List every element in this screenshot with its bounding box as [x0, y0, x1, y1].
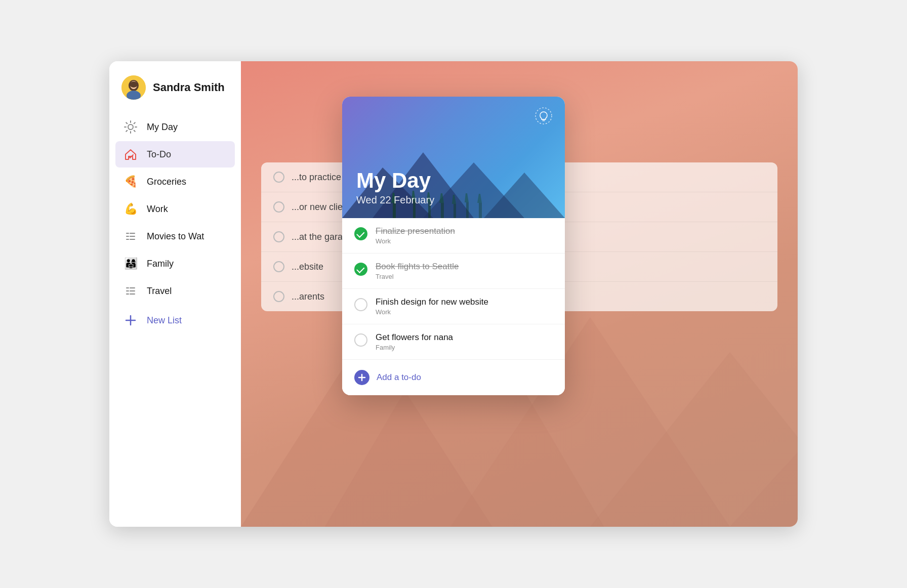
task-category-1: Work	[376, 237, 455, 245]
task-title-4: Get flowers for nana	[376, 332, 453, 343]
main-content: ...to practice ...or new clients ...at t…	[241, 61, 798, 527]
panel-tasks: Finalize presentation Work Book flights …	[342, 218, 565, 360]
svg-point-53	[535, 108, 552, 124]
bg-task-checkbox	[273, 172, 284, 183]
travel-list-icon	[122, 283, 139, 299]
panel-date: Wed 22 February	[356, 194, 551, 206]
task-item-3[interactable]: Finish design for new website Work	[342, 289, 565, 324]
app-container: Sandra Smith	[109, 61, 798, 527]
sidebar-item-my-day[interactable]: My Day	[115, 114, 235, 140]
sidebar-label-my-day: My Day	[147, 122, 178, 133]
lightbulb-icon[interactable]	[534, 107, 553, 125]
sidebar: Sandra Smith	[109, 61, 241, 527]
list-icon	[122, 228, 139, 244]
my-day-panel: My Day Wed 22 February Finalize presenta…	[342, 97, 565, 395]
sidebar-label-groceries: Groceries	[147, 177, 186, 187]
sidebar-item-travel[interactable]: Travel	[115, 278, 235, 304]
sidebar-label-movies: Movies to Wat	[147, 231, 204, 242]
svg-point-4	[130, 81, 138, 88]
panel-header: My Day Wed 22 February	[342, 97, 565, 218]
bg-task-text: ...arents	[292, 291, 324, 302]
svg-point-5	[128, 124, 133, 130]
add-todo-bar[interactable]: Add a to-do	[342, 360, 565, 395]
plus-icon	[122, 312, 139, 328]
task-checkbox-1[interactable]	[354, 227, 367, 240]
avatar	[121, 75, 146, 100]
sidebar-label-new-list: New List	[147, 315, 182, 326]
family-icon: 👨‍👩‍👧	[122, 256, 139, 272]
sidebar-label-todo: To-Do	[147, 149, 171, 160]
user-name: Sandra Smith	[153, 81, 225, 94]
sidebar-label-travel: Travel	[147, 286, 172, 297]
sidebar-label-work: Work	[147, 204, 168, 215]
bg-task-checkbox	[273, 291, 284, 302]
bg-task-text: ...to practice	[292, 172, 341, 183]
pizza-icon: 🍕	[122, 174, 139, 190]
svg-line-12	[134, 122, 135, 123]
sidebar-item-movies[interactable]: Movies to Wat	[115, 223, 235, 249]
task-checkbox-2[interactable]	[354, 263, 367, 276]
task-item-4[interactable]: Get flowers for nana Family	[342, 324, 565, 360]
sun-icon	[122, 119, 139, 135]
panel-title: My Day	[356, 169, 551, 192]
task-text-group-4: Get flowers for nana Family	[376, 332, 453, 351]
task-text-group-3: Finish design for new website Work	[376, 297, 488, 316]
bg-task-text: ...ebsite	[292, 262, 323, 272]
svg-line-10	[126, 122, 127, 123]
add-todo-icon	[354, 370, 369, 385]
bg-task-checkbox	[273, 201, 284, 213]
task-category-2: Travel	[376, 273, 459, 280]
task-checkbox-3[interactable]	[354, 298, 367, 311]
bg-task-checkbox	[273, 231, 284, 242]
task-title-1: Finalize presentation	[376, 226, 455, 236]
task-checkbox-4[interactable]	[354, 333, 367, 347]
house-check-icon	[122, 146, 139, 162]
svg-line-13	[126, 131, 127, 132]
sidebar-item-groceries[interactable]: 🍕 Groceries	[115, 169, 235, 195]
sidebar-header: Sandra Smith	[109, 61, 241, 112]
sidebar-item-work[interactable]: 💪 Work	[115, 196, 235, 222]
task-category-3: Work	[376, 308, 488, 316]
add-todo-label: Add a to-do	[377, 372, 421, 383]
bg-task-checkbox	[273, 261, 284, 272]
task-title-2: Book flights to Seattle	[376, 262, 459, 272]
task-item-2[interactable]: Book flights to Seattle Travel	[342, 254, 565, 289]
task-title-3: Finish design for new website	[376, 297, 488, 307]
svg-rect-47	[454, 204, 456, 218]
sidebar-label-family: Family	[147, 259, 174, 269]
task-text-group-1: Finalize presentation Work	[376, 226, 455, 245]
sidebar-nav: My Day To-Do 🍕 Groceries 💪	[109, 112, 241, 335]
sidebar-item-todo[interactable]: To-Do	[115, 141, 235, 167]
svg-line-11	[134, 131, 135, 132]
sidebar-item-family[interactable]: 👨‍👩‍👧 Family	[115, 250, 235, 277]
task-category-4: Family	[376, 344, 453, 351]
muscle-icon: 💪	[122, 201, 139, 217]
sidebar-item-new-list[interactable]: New List	[115, 307, 235, 333]
task-item-1[interactable]: Finalize presentation Work	[342, 218, 565, 254]
task-text-group-2: Book flights to Seattle Travel	[376, 262, 459, 280]
